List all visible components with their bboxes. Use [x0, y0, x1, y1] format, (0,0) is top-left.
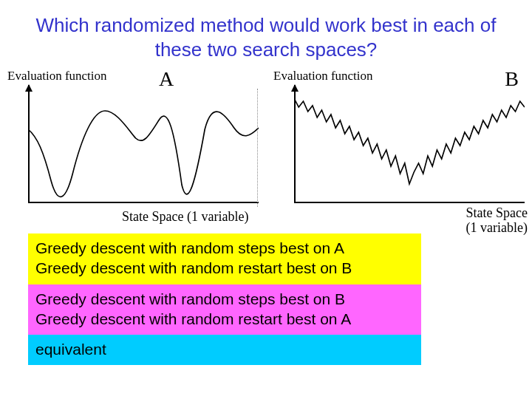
answer-2-line-1: Greedy descent with random steps best on…: [35, 289, 414, 309]
answer-1-line-2: Greedy descent with random restart best …: [35, 258, 414, 278]
chart-a-ylabel: Evaluation function: [7, 69, 107, 83]
charts-row: Evaluation function A Evaluation functio…: [0, 69, 532, 209]
xlabel-row: State Space (1 variable) State Space (1 …: [0, 209, 532, 228]
chart-b-ylabel: Evaluation function: [273, 69, 373, 83]
chart-a: Evaluation function A: [0, 69, 266, 209]
chart-divider: [257, 89, 258, 207]
answer-options: Greedy descent with random steps best on…: [28, 233, 421, 365]
answer-1-line-1: Greedy descent with random steps best on…: [35, 238, 414, 258]
answer-3-line-1: equivalent: [35, 339, 414, 359]
chart-b: Evaluation function B: [266, 69, 532, 209]
chart-b-xlabel-line1: State Space: [466, 205, 528, 220]
answer-option-3[interactable]: equivalent: [28, 335, 421, 365]
chart-b-xlabel-line2: (1 variable): [466, 220, 528, 235]
chart-a-curve: [28, 85, 259, 203]
answer-option-2[interactable]: Greedy descent with random steps best on…: [28, 284, 421, 335]
chart-b-xlabel: State Space (1 variable): [466, 206, 528, 236]
answer-option-1[interactable]: Greedy descent with random steps best on…: [28, 233, 421, 284]
answer-2-line-2: Greedy descent with random restart best …: [35, 309, 414, 329]
chart-a-xlabel: State Space (1 variable): [122, 209, 248, 225]
chart-b-curve: [294, 85, 525, 203]
slide-title: Which randomized method would work best …: [0, 0, 532, 69]
